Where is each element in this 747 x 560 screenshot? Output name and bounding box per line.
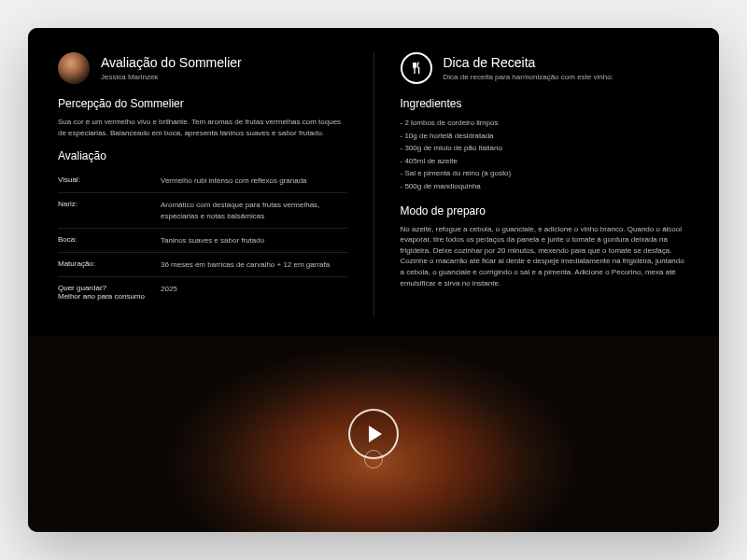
sommelier-author: Jessica Marinzek [101,73,242,81]
recipe-header: Dica de Receita Dica de receita para har… [401,52,690,84]
table-row: Maturação: 36 meses em barricas de carva… [58,253,347,277]
list-item: - 300g de miolo de pão italiano [401,142,690,155]
list-item: - 10g de hortelã desidratada [401,130,690,143]
table-row: Quer guardar? Melhor ano para consumo 20… [58,277,347,307]
table-row: Nariz: Aromático com destaque para fruta… [58,193,347,228]
eval-label: Maturação: [58,259,161,270]
content-card: Avaliação do Sommelier Jessica Marinzek … [28,28,719,532]
list-item: - 2 lombos de cordeiro limpos [401,117,690,130]
sommelier-title: Avaliação do Sommelier [101,55,242,71]
perception-title: Percepção do Sommelier [58,97,347,110]
perception-body: Sua cor é um vermelho vivo e brilhante. … [58,117,347,138]
evaluation-title: Avaliação [58,149,347,162]
sommelier-column: Avaliação do Sommelier Jessica Marinzek … [58,52,374,317]
eval-label: Boca: [58,235,161,245]
recipe-subtitle: Dica de receita para harmonização com es… [444,73,613,81]
ingredients-list: - 2 lombos de cordeiro limpos - 10g de h… [401,117,690,193]
eval-value: 36 meses em barricas de carvalho + 12 em… [161,259,330,270]
ingredients-title: Ingredientes [401,97,690,110]
recipe-column: Dica de Receita Dica de receita para har… [374,52,690,317]
eval-value: 2025 [161,284,177,301]
eval-label: Visual: [58,175,161,186]
video-area [28,336,719,532]
sommelier-header: Avaliação do Sommelier Jessica Marinzek [58,52,347,84]
list-item: - 405ml de azeite [401,155,690,168]
top-section: Avaliação do Sommelier Jessica Marinzek … [28,28,719,336]
method-body: No azeite, refogue a cebola, o guanciale… [401,224,690,289]
eval-value: Aromático com destaque para frutas verme… [161,200,347,220]
list-item: - 500g de mandioquinha [401,180,690,193]
table-row: Boca: Taninos suaves e sabor frutado [58,229,347,253]
eval-label: Nariz: [58,200,161,220]
eval-value: Taninos suaves e sabor frutado [161,235,264,245]
evaluation-table: Visual: Vermelho rubi intenso com reflex… [58,169,347,307]
utensils-icon [401,52,432,84]
table-row: Visual: Vermelho rubi intenso com reflex… [58,169,347,193]
eval-value: Vermelho rubi intenso com reflexos grana… [161,175,307,186]
eval-label: Quer guardar? Melhor ano para consumo [58,284,161,301]
recipe-title: Dica de Receita [444,55,613,71]
secondary-indicator-icon [364,450,383,469]
list-item: - Sal e pimenta do reino (a gosto) [401,167,690,180]
method-title: Modo de preparo [401,204,690,217]
avatar [58,52,90,84]
